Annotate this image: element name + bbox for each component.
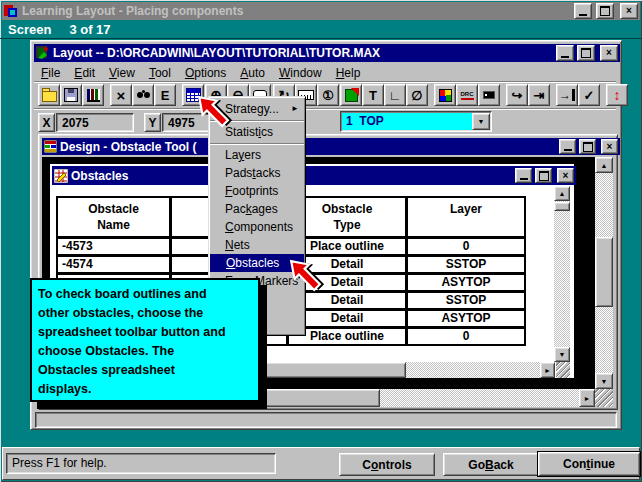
obstacles-titlebar[interactable]: Obstacles × bbox=[52, 166, 576, 185]
save-file-button[interactable] bbox=[60, 84, 82, 106]
menu-item-components[interactable]: Components bbox=[209, 218, 305, 236]
menu-window[interactable]: Window bbox=[272, 64, 329, 82]
app-close-button[interactable]: × bbox=[620, 3, 638, 19]
design-close-button[interactable]: × bbox=[601, 139, 618, 154]
toolbar-group: ↪⇥ bbox=[506, 84, 550, 106]
cell[interactable]: 0 bbox=[408, 239, 524, 254]
menu-options[interactable]: Options bbox=[178, 64, 233, 82]
menu-item-footprints[interactable]: Footprints bbox=[209, 182, 305, 200]
reconnect-icon: ↪ bbox=[512, 89, 523, 102]
layout-close-button[interactable]: × bbox=[600, 45, 618, 61]
layer-combobox[interactable]: 1 TOP ▼ bbox=[340, 111, 492, 132]
maximize-icon bbox=[581, 48, 591, 58]
obstacles-minimize-button[interactable] bbox=[515, 168, 532, 183]
edit-check-button[interactable]: ✓ bbox=[578, 84, 600, 106]
maximize-icon bbox=[583, 142, 593, 152]
continue-button[interactable]: Continue bbox=[537, 451, 641, 477]
design-resize-grip[interactable] bbox=[595, 389, 613, 407]
open-file-button[interactable] bbox=[38, 84, 60, 106]
layout-menubar: FileEditViewToolOptionsAutoWindowHelp bbox=[34, 63, 616, 82]
cell[interactable]: SSTOP bbox=[408, 293, 524, 308]
menu-view[interactable]: View bbox=[102, 64, 142, 82]
layout-maximize-button[interactable] bbox=[577, 45, 595, 61]
menu-tool[interactable]: Tool bbox=[142, 64, 178, 82]
cell[interactable]: 0 bbox=[408, 329, 524, 344]
edit-button[interactable]: E bbox=[154, 84, 176, 106]
scroll-right-button[interactable]: ► bbox=[540, 362, 555, 378]
cell[interactable]: ASYTOP bbox=[408, 311, 524, 326]
default-button-face: Continue bbox=[538, 452, 640, 476]
menu-file[interactable]: File bbox=[34, 64, 67, 82]
error-tool-button[interactable]: ↕ bbox=[606, 84, 628, 106]
obstacles-resize-grip[interactable] bbox=[556, 362, 570, 378]
design-maximize-button[interactable] bbox=[579, 139, 596, 154]
query-button[interactable]: ① bbox=[317, 84, 339, 106]
menu-item-packages[interactable]: Packages bbox=[209, 200, 305, 218]
coordinate-bar: X 2075 Y 4975 1 TOP ▼ bbox=[34, 108, 616, 135]
layout-titlebar[interactable]: Layout -- D:\ORCADWIN\LAYOUT\TUTORIAL\TU… bbox=[34, 44, 620, 62]
obstacles-close-button[interactable]: × bbox=[557, 168, 574, 183]
delete-button[interactable]: × bbox=[110, 84, 132, 106]
text-tool-button[interactable]: T bbox=[362, 84, 384, 106]
app-minimize-button[interactable] bbox=[574, 3, 592, 19]
go-back-button[interactable]: Go Back bbox=[443, 453, 539, 476]
floppy-icon bbox=[64, 88, 78, 102]
minimize-icon bbox=[520, 178, 528, 180]
layout-minimize-button[interactable] bbox=[556, 45, 574, 61]
chevron-down-icon: ▼ bbox=[478, 118, 485, 125]
scroll-thumb[interactable] bbox=[554, 202, 570, 211]
controls-button[interactable]: Controls bbox=[339, 453, 435, 476]
design-icon bbox=[44, 140, 57, 153]
combobox-dropdown-button[interactable]: ▼ bbox=[472, 113, 490, 130]
column-header[interactable]: Layer bbox=[408, 198, 524, 236]
scroll-thumb[interactable] bbox=[595, 237, 613, 307]
cell[interactable]: SSTOP bbox=[408, 257, 524, 272]
reconnect-button[interactable]: ↪ bbox=[506, 84, 528, 106]
menu-auto[interactable]: Auto bbox=[233, 64, 272, 82]
layer-combobox-value: 1 TOP bbox=[342, 113, 472, 130]
cell[interactable]: -4573 bbox=[58, 239, 169, 254]
menu-help[interactable]: Help bbox=[329, 64, 368, 82]
obstacles-spreadsheet-icon bbox=[54, 169, 68, 183]
find-button[interactable] bbox=[132, 84, 154, 106]
close-icon: × bbox=[606, 48, 612, 58]
obstacles-vertical-scrollbar[interactable]: ▲ ▼ bbox=[554, 186, 570, 362]
toolbar-group: ×E bbox=[110, 84, 176, 106]
cell[interactable]: Detail bbox=[289, 311, 405, 326]
layout-status-strip bbox=[35, 412, 617, 428]
library-icon bbox=[87, 89, 100, 102]
scroll-right-button[interactable]: ► bbox=[579, 389, 595, 407]
drc-box-icon: DRC bbox=[461, 91, 474, 100]
cell[interactable]: Place outline bbox=[289, 329, 405, 344]
library-manager-button[interactable] bbox=[82, 84, 104, 106]
menu-item-padstacks[interactable]: Padstacks bbox=[209, 164, 305, 182]
drc-toggle-button[interactable] bbox=[340, 84, 362, 106]
corner-tool-button[interactable]: ∟ bbox=[384, 84, 406, 106]
spacing-button[interactable]: ⇥ bbox=[528, 84, 550, 106]
scroll-down-button[interactable]: ▼ bbox=[554, 347, 570, 362]
drc-box-button[interactable]: DRC bbox=[456, 84, 478, 106]
close-icon: × bbox=[607, 142, 613, 152]
design-minimize-button[interactable] bbox=[559, 139, 576, 154]
column-header[interactable]: Obstacle Name bbox=[58, 198, 169, 236]
column-header[interactable]: Obstacle Type bbox=[289, 198, 405, 236]
menu-item-layers[interactable]: Layers bbox=[209, 146, 305, 164]
component-tool-button[interactable] bbox=[478, 84, 500, 106]
scroll-up-button[interactable]: ▲ bbox=[595, 157, 613, 173]
scroll-up-button[interactable]: ▲ bbox=[554, 186, 570, 201]
cell[interactable]: -4574 bbox=[58, 257, 169, 272]
design-vertical-scrollbar[interactable]: ▲ ▼ bbox=[595, 157, 613, 389]
design-titlebar[interactable]: Design - Obstacle Tool ( × bbox=[42, 138, 620, 155]
no-via-button[interactable]: ∅ bbox=[406, 84, 428, 106]
scroll-down-button[interactable]: ▼ bbox=[595, 373, 613, 389]
toolbar-group: ↕ bbox=[606, 84, 628, 106]
obstacles-maximize-button[interactable] bbox=[535, 168, 552, 183]
menubar-divider bbox=[0, 38, 642, 39]
app-maximize-button[interactable] bbox=[596, 3, 614, 19]
color-settings-button[interactable] bbox=[434, 84, 456, 106]
x-coordinate-field[interactable]: 2075 bbox=[56, 113, 134, 132]
cell[interactable]: ASYTOP bbox=[408, 275, 524, 290]
route-tool-button[interactable]: → bbox=[556, 84, 578, 106]
menu-edit[interactable]: Edit bbox=[67, 64, 102, 82]
screen-menu[interactable]: Screen bbox=[2, 22, 51, 37]
